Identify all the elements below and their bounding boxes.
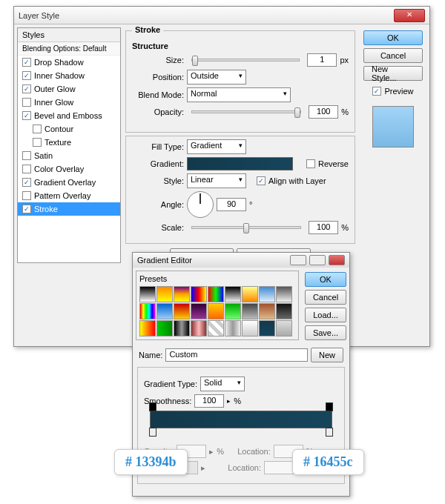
preset-swatch[interactable] (156, 320, 173, 336)
size-slider[interactable] (191, 59, 300, 62)
style-checkbox[interactable] (22, 191, 31, 200)
ge-load-button[interactable]: Load... (305, 308, 346, 322)
maximize-icon[interactable] (309, 255, 326, 265)
style-label: Color Overlay (34, 165, 84, 173)
style-row-inner-glow[interactable]: Inner Glow (18, 96, 120, 109)
name-label: Name: (139, 351, 162, 359)
preset-swatch[interactable] (276, 320, 292, 336)
minimize-icon[interactable] (290, 255, 306, 265)
preset-swatch[interactable] (174, 303, 190, 319)
style-row-texture[interactable]: Texture (18, 136, 120, 149)
blending-options[interactable]: Blending Options: Default (18, 42, 120, 56)
blendmode-dropdown[interactable]: Normal (187, 87, 291, 102)
color-stop-left[interactable] (149, 428, 156, 437)
preset-swatch[interactable] (225, 320, 241, 336)
gradient-strip[interactable] (150, 411, 332, 428)
position-dropdown[interactable]: Outside (187, 70, 246, 84)
gradtype-dropdown[interactable]: Solid (200, 377, 245, 391)
style-checkbox[interactable] (33, 125, 42, 133)
style-checkbox[interactable]: ✓ (22, 178, 31, 187)
style-dropdown[interactable]: Linear (187, 173, 246, 188)
ge-ok-button[interactable]: OK (305, 272, 346, 287)
stop-location2-input (264, 461, 294, 474)
preset-swatch[interactable] (208, 286, 224, 302)
titlebar: Layer Style ✕ (14, 7, 429, 24)
align-checkbox[interactable]: ✓ (257, 176, 266, 185)
style-row-stroke[interactable]: ✓Stroke (18, 202, 120, 216)
preset-swatch[interactable] (259, 320, 275, 336)
preset-swatch[interactable] (139, 320, 156, 336)
preset-swatch[interactable] (276, 286, 292, 302)
new-style-button[interactable]: New Style... (363, 66, 423, 81)
preset-swatch[interactable] (276, 303, 292, 319)
style-checkbox[interactable]: ✓ (22, 205, 31, 213)
preview-checkbox[interactable]: ✓ (372, 87, 381, 96)
style-row-drop-shadow[interactable]: ✓Drop Shadow (18, 56, 120, 69)
opacity-stop-right[interactable] (326, 402, 333, 411)
new-gradient-button[interactable]: New (311, 348, 343, 362)
preset-swatch[interactable] (156, 303, 173, 319)
ge-save-button[interactable]: Save... (305, 325, 346, 340)
close-icon[interactable] (329, 255, 345, 265)
style-checkbox[interactable]: ✓ (22, 58, 31, 67)
preset-swatch[interactable] (156, 286, 173, 302)
preset-swatch[interactable] (242, 286, 258, 302)
styles-header[interactable]: Styles (18, 28, 120, 42)
style-row-color-overlay[interactable]: Color Overlay (18, 162, 120, 176)
style-checkbox[interactable] (22, 98, 31, 107)
name-input[interactable]: Custom (165, 348, 308, 362)
preset-swatch[interactable] (259, 303, 275, 319)
preset-swatch[interactable] (139, 286, 156, 302)
preset-swatch[interactable] (208, 303, 224, 319)
ge-cancel-button[interactable]: Cancel (305, 290, 346, 305)
ge-titlebar: Gradient Editor (133, 253, 349, 268)
close-icon[interactable]: ✕ (394, 9, 425, 22)
style-checkbox[interactable]: ✓ (22, 84, 31, 93)
preset-swatch[interactable] (191, 286, 207, 302)
angle-dial[interactable] (187, 191, 214, 218)
style-checkbox[interactable]: ✓ (22, 111, 31, 120)
filltype-dropdown[interactable]: Gradient (187, 139, 246, 154)
style-checkbox[interactable] (33, 138, 42, 147)
gradient-preview[interactable] (187, 157, 293, 170)
scale-input[interactable]: 100 (309, 221, 338, 234)
preset-swatch[interactable] (225, 286, 241, 302)
angle-input[interactable]: 90 (217, 198, 246, 211)
size-input[interactable]: 1 (307, 53, 337, 67)
preset-swatch[interactable] (259, 286, 275, 302)
color-stop-right[interactable] (326, 428, 333, 437)
style-label: Satin (34, 151, 53, 160)
preset-swatch[interactable] (225, 303, 241, 319)
preset-swatch[interactable] (191, 320, 207, 336)
style-row-inner-shadow[interactable]: ✓Inner Shadow (18, 69, 120, 82)
style-row-outer-glow[interactable]: ✓Outer Glow (18, 82, 120, 96)
opacity-input[interactable]: 100 (309, 105, 338, 119)
blendmode-label: Blend Mode: (132, 90, 184, 99)
style-row-pattern-overlay[interactable]: Pattern Overlay (18, 189, 120, 202)
gradtype-label: Gradient Type: (144, 379, 197, 388)
style-checkbox[interactable]: ✓ (22, 71, 31, 80)
style-row-contour[interactable]: Contour (18, 122, 120, 136)
opacity-slider[interactable] (191, 110, 301, 113)
reverse-checkbox[interactable] (306, 159, 315, 168)
opacity-stop-left[interactable] (149, 402, 156, 411)
style-row-gradient-overlay[interactable]: ✓Gradient Overlay (18, 176, 120, 189)
gradient-label: Gradient: (132, 159, 184, 168)
preset-swatch[interactable] (208, 320, 224, 336)
preset-swatch[interactable] (242, 303, 258, 319)
style-checkbox[interactable] (22, 151, 31, 160)
cancel-button[interactable]: Cancel (363, 48, 423, 63)
style-row-satin[interactable]: Satin (18, 149, 120, 162)
presets-label: Presets (139, 274, 295, 283)
preset-swatch[interactable] (242, 320, 258, 336)
style-checkbox[interactable] (22, 165, 31, 173)
ok-button[interactable]: OK (363, 30, 423, 45)
preset-swatch[interactable] (174, 320, 190, 336)
preset-swatch[interactable] (139, 303, 156, 319)
scale-slider[interactable] (191, 226, 301, 229)
preset-swatch[interactable] (191, 303, 207, 319)
style-label: Style: (132, 176, 184, 185)
style-row-bevel-and-emboss[interactable]: ✓Bevel and Emboss (18, 109, 120, 122)
smooth-input[interactable]: 100 (194, 394, 224, 408)
preset-swatch[interactable] (174, 286, 190, 302)
